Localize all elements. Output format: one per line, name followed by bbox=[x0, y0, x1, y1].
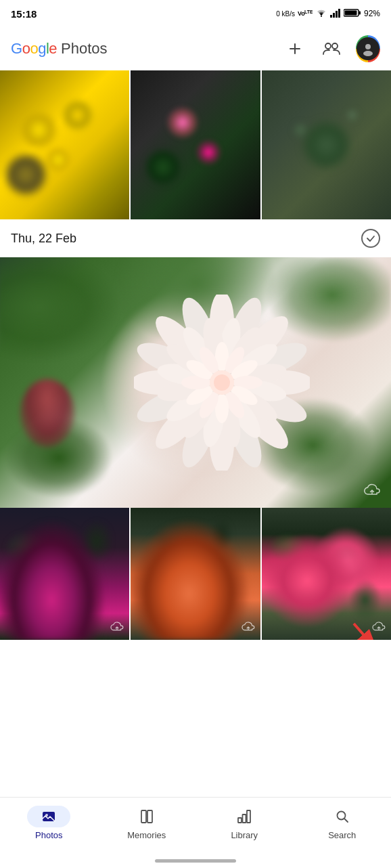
svg-rect-4 bbox=[333, 13, 335, 18]
cloud-icon-bottom-left bbox=[110, 621, 124, 634]
svg-rect-9 bbox=[344, 10, 356, 15]
app-bar: Google Photos bbox=[0, 27, 391, 70]
signal-icon bbox=[330, 8, 341, 20]
photo-thumb-yellow-flowers[interactable] bbox=[0, 70, 129, 219]
nav-label-memories: Memories bbox=[127, 830, 166, 840]
app-logo: Google Photos bbox=[11, 40, 108, 58]
nav-icon-search-wrap bbox=[321, 806, 364, 827]
google-logo-text: Google bbox=[11, 40, 57, 58]
nav-item-library[interactable]: Library bbox=[196, 803, 294, 840]
date-label: Thu, 22 Feb bbox=[11, 232, 76, 246]
photo-thumb-petunia[interactable] bbox=[262, 508, 391, 640]
search-icon bbox=[334, 808, 350, 825]
svg-rect-6 bbox=[338, 9, 340, 18]
logo-g: G bbox=[11, 40, 22, 57]
svg-rect-64 bbox=[141, 810, 146, 823]
status-bar: 15:18 0 kB/s VoLTE bbox=[0, 0, 391, 27]
home-indicator bbox=[155, 859, 236, 863]
share-people-button[interactable] bbox=[319, 37, 344, 61]
svg-point-10 bbox=[325, 43, 331, 49]
svg-rect-8 bbox=[359, 11, 361, 14]
network-speed: 0 kB/s bbox=[276, 10, 295, 18]
nav-item-search[interactable]: Search bbox=[294, 803, 392, 840]
battery-icon bbox=[344, 8, 361, 20]
svg-text:LTE: LTE bbox=[304, 9, 313, 14]
svg-point-12 bbox=[365, 44, 371, 49]
svg-point-59 bbox=[214, 374, 230, 391]
photos-icon bbox=[41, 808, 57, 825]
photo-grid-top bbox=[0, 70, 391, 219]
library-icon bbox=[236, 808, 252, 825]
nav-item-memories[interactable]: Memories bbox=[98, 803, 196, 840]
volte-icon: VoLTE bbox=[298, 8, 313, 19]
logo-o2: o bbox=[30, 40, 38, 57]
nav-item-photos[interactable]: Photos bbox=[0, 803, 98, 840]
nav-icon-memories-wrap bbox=[125, 806, 168, 827]
photo-grid-bottom bbox=[0, 508, 391, 640]
bottom-navigation: Photos Memories Library Se bbox=[0, 797, 391, 868]
nav-label-search: Search bbox=[328, 830, 356, 840]
memories-icon bbox=[139, 808, 155, 825]
select-date-button[interactable] bbox=[361, 229, 380, 248]
cloud-upload-icon-main bbox=[364, 483, 380, 500]
avatar bbox=[356, 35, 380, 62]
nav-label-photos: Photos bbox=[35, 830, 62, 840]
svg-rect-66 bbox=[238, 818, 242, 823]
svg-point-11 bbox=[332, 43, 338, 49]
date-header: Thu, 22 Feb bbox=[0, 219, 391, 257]
svg-rect-65 bbox=[147, 810, 152, 823]
nav-icon-photos-wrap bbox=[27, 806, 70, 827]
wifi-icon bbox=[315, 8, 327, 20]
svg-rect-5 bbox=[336, 11, 338, 18]
logo-o1: o bbox=[22, 40, 30, 57]
cloud-icon-bottom-center bbox=[242, 621, 255, 634]
svg-rect-67 bbox=[243, 815, 246, 823]
avatar-inner bbox=[356, 37, 380, 60]
app-title: Photos bbox=[61, 40, 108, 58]
battery-text: 92% bbox=[364, 9, 380, 18]
photo-thumb-pink-flowers[interactable] bbox=[131, 70, 260, 219]
status-right: 0 kB/s VoLTE bbox=[276, 8, 380, 20]
photo-thumb-green-leaves[interactable] bbox=[262, 70, 391, 219]
svg-rect-3 bbox=[330, 15, 332, 18]
logo-g2: g bbox=[38, 40, 46, 57]
cloud-icon-bottom-right bbox=[372, 621, 386, 634]
photo-thumb-pink-dahlia[interactable] bbox=[0, 508, 129, 640]
svg-rect-68 bbox=[247, 810, 250, 823]
add-button[interactable] bbox=[283, 37, 307, 61]
nav-label-library: Library bbox=[231, 830, 258, 840]
app-bar-actions bbox=[283, 37, 380, 61]
bg-flower-left bbox=[20, 379, 74, 447]
svg-point-2 bbox=[321, 16, 322, 17]
nav-icon-library-wrap bbox=[223, 806, 266, 827]
svg-point-69 bbox=[337, 812, 345, 820]
svg-point-13 bbox=[363, 51, 373, 56]
logo-e: e bbox=[49, 40, 57, 57]
dahlia-flower-svg bbox=[134, 295, 310, 471]
main-photo-dahlia[interactable] bbox=[0, 257, 391, 508]
profile-avatar-button[interactable] bbox=[356, 37, 380, 61]
photo-thumb-peach-dahlia[interactable] bbox=[131, 508, 260, 640]
status-time: 15:18 bbox=[11, 8, 37, 20]
